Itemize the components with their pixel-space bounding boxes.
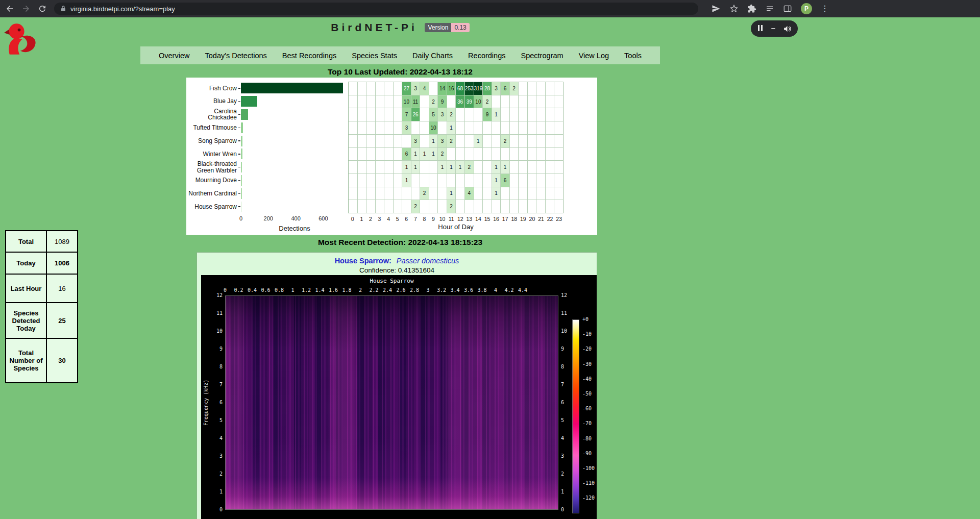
stats-row: Last Hour16 xyxy=(6,274,78,303)
nav-item-spectrogram[interactable]: Spectrogram xyxy=(521,52,564,60)
stats-value[interactable]: 1006 xyxy=(46,252,78,274)
heatmap-cell xyxy=(483,121,492,134)
url-text: virginia.birdnetpi.com/?stream=play xyxy=(70,5,175,13)
heatmap-cell xyxy=(519,148,527,161)
hour-axis-tick-label: 3 xyxy=(378,216,381,222)
heatmap-cell xyxy=(483,187,492,200)
heatmap-cell xyxy=(366,187,375,200)
species-name: Carolina Chickadee xyxy=(186,108,237,121)
spec-y-tick-right: 7 xyxy=(561,382,564,387)
heatmap-cell xyxy=(483,161,492,174)
heatmap-cell xyxy=(358,95,366,108)
heatmap-cell xyxy=(349,187,357,200)
heatmap-cell xyxy=(492,95,501,108)
top10-chart: Detections Hour of Day Fish CrowBlue Jay… xyxy=(186,78,597,235)
heatmap-cell xyxy=(554,121,563,134)
heatmap-cell xyxy=(384,148,393,161)
spec-y-tick-left: 12 xyxy=(211,292,223,298)
bar-axis-tick-label: 600 xyxy=(318,215,328,221)
species-label: Carolina Chickadee xyxy=(186,108,240,121)
heatmap-cell xyxy=(358,148,366,161)
stats-table: Total1089Today1006Last Hour16Species Det… xyxy=(5,230,78,383)
heatmap-cell xyxy=(510,135,519,147)
heatmap-cell xyxy=(474,161,483,174)
nav-item-daily-charts[interactable]: Daily Charts xyxy=(412,52,453,60)
nav-item-species-stats[interactable]: Species Stats xyxy=(352,52,397,60)
colorbar-tick: -30 xyxy=(582,361,592,367)
heatmap-cell xyxy=(519,161,527,174)
heatmap-cell xyxy=(349,148,357,161)
heatmap-cell xyxy=(376,187,384,200)
heatmap-cell xyxy=(501,148,509,161)
heatmap-cell xyxy=(438,187,447,200)
extensions-puzzle-icon[interactable] xyxy=(747,4,756,13)
reload-button[interactable] xyxy=(38,4,47,13)
address-bar[interactable]: virginia.birdnetpi.com/?stream=play xyxy=(54,3,698,15)
stats-value[interactable]: 30 xyxy=(46,338,78,383)
stats-row: Total Number of Species30 xyxy=(6,338,78,383)
nav-item-best-recordings[interactable]: Best Recordings xyxy=(282,52,336,60)
species-name: House Sparrow xyxy=(194,204,237,210)
heatmap-cell xyxy=(546,82,554,95)
heatmap-cell xyxy=(376,161,384,174)
heatmap-cell: 2 xyxy=(429,95,438,108)
hour-axis-tick-label: 15 xyxy=(484,216,491,222)
nav-item-view-log[interactable]: View Log xyxy=(579,52,609,60)
send-icon[interactable] xyxy=(712,4,721,13)
profile-avatar[interactable]: P xyxy=(801,3,812,14)
nav-item-today-s-detections[interactable]: Today's Detections xyxy=(205,52,267,60)
heatmap-cell xyxy=(366,174,375,187)
audio-player xyxy=(751,20,798,37)
species-name: Mourning Dove xyxy=(195,177,237,184)
heatmap-cell xyxy=(474,187,483,200)
heatmap-cell xyxy=(554,161,563,174)
heatmap-cell xyxy=(456,187,464,200)
heatmap-cell xyxy=(492,200,501,213)
species-name: Blue Jay xyxy=(213,98,237,105)
axis-tick xyxy=(238,88,240,89)
nav-item-recordings[interactable]: Recordings xyxy=(468,52,505,60)
heatmap-cell xyxy=(394,174,402,187)
species-label: Blue Jay xyxy=(186,95,240,108)
heatmap-cell: 39 xyxy=(465,95,474,108)
detection-title: House Sparrow: Passer domesticus xyxy=(197,257,597,265)
heatmap-cell: 319 xyxy=(474,82,483,95)
hour-axis-tick-label: 5 xyxy=(396,216,399,222)
heatmap-cell: 2 xyxy=(447,200,456,213)
scientific-name-link[interactable]: Passer domesticus xyxy=(397,257,459,265)
reading-list-icon[interactable] xyxy=(765,4,774,13)
heatmap-cell: 3 xyxy=(411,82,420,95)
heatmap-cell xyxy=(447,148,456,161)
forward-button[interactable] xyxy=(21,4,31,13)
side-panel-icon[interactable] xyxy=(783,4,792,13)
heatmap-cell: 1 xyxy=(429,135,438,147)
back-button[interactable] xyxy=(5,4,14,13)
heatmap-cell: 2 xyxy=(510,82,519,95)
heatmap-cell: 5 xyxy=(429,108,438,121)
axis-tick xyxy=(238,206,240,207)
nav-item-overview[interactable]: Overview xyxy=(159,52,189,60)
species-link[interactable]: House Sparrow: xyxy=(335,257,391,265)
heatmap-cell xyxy=(492,121,501,134)
spec-y-tick-right: 12 xyxy=(561,292,567,298)
nav-item-tools[interactable]: Tools xyxy=(624,52,642,60)
heatmap-cell xyxy=(465,174,474,187)
species-name: Winter Wren xyxy=(203,151,237,158)
species-label: Mourning Dove xyxy=(186,174,240,187)
browser-menu-icon[interactable]: ⋮ xyxy=(821,5,829,13)
stats-label: Last Hour xyxy=(6,274,46,303)
stats-value[interactable]: 25 xyxy=(46,303,78,338)
spectrogram-image: House Sparrow Frequency (kHz) 00.20.40.6… xyxy=(201,275,597,519)
bookmark-star-icon[interactable] xyxy=(729,4,739,13)
heatmap-cell xyxy=(465,200,474,213)
pause-button[interactable] xyxy=(757,24,763,33)
volume-icon[interactable] xyxy=(783,24,792,33)
heatmap-cell xyxy=(483,200,492,213)
hour-axis-tick-label: 8 xyxy=(423,216,426,222)
species-label: Northern Cardinal xyxy=(186,187,240,200)
heatmap-cell: 68 xyxy=(456,82,464,95)
spec-y-tick-left: 11 xyxy=(211,310,223,316)
heatmap-cell xyxy=(519,174,527,187)
heatmap-cell xyxy=(411,174,420,187)
seek-bar[interactable] xyxy=(771,28,775,29)
